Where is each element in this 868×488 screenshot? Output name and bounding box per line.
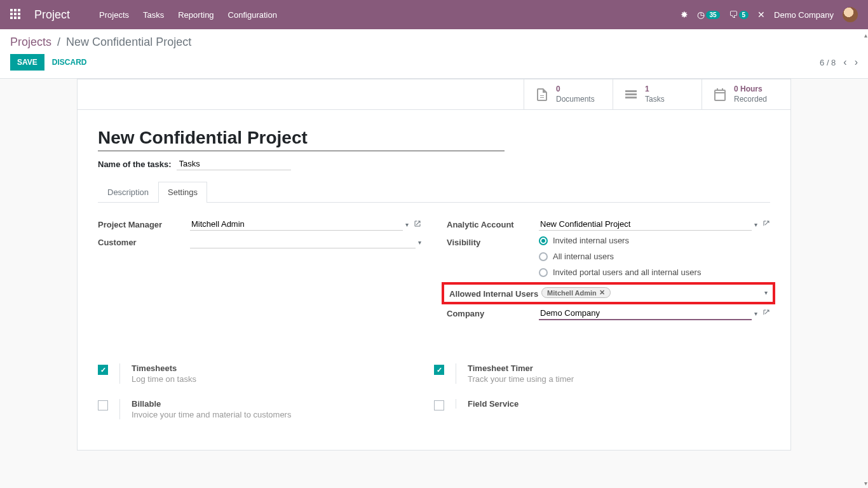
- pm-input[interactable]: [190, 218, 403, 231]
- customer-label: Customer: [98, 236, 190, 247]
- visibility-all-internal[interactable]: All internal users: [539, 252, 770, 261]
- task-name-label: Name of the tasks:: [98, 159, 172, 169]
- company-external-icon[interactable]: [763, 309, 770, 318]
- pm-dropdown-icon[interactable]: ▾: [405, 221, 409, 228]
- visibility-invited-internal[interactable]: Invited internal users: [539, 236, 770, 245]
- project-title-input[interactable]: [98, 125, 505, 151]
- stat-tasks[interactable]: 1Tasks: [613, 79, 702, 109]
- discard-button[interactable]: DISCARD: [52, 58, 87, 67]
- allowed-users-input[interactable]: Mitchell Admin✕ ▾: [541, 287, 768, 299]
- company-input[interactable]: [539, 307, 752, 320]
- timesheets-desc: Log time on tasks: [132, 374, 196, 384]
- analytic-label: Analytic Account: [447, 218, 539, 229]
- remove-tag-icon[interactable]: ✕: [599, 288, 605, 297]
- field-service-title: Field Service: [468, 399, 519, 409]
- billable-checkbox[interactable]: [98, 400, 108, 410]
- field-service-checkbox[interactable]: [434, 400, 444, 410]
- allowed-users-label: Allowed Internal Users: [449, 287, 541, 299]
- breadcrumb-current: New Confidential Project: [66, 36, 191, 48]
- nav-right: ✸ ◷35 🗨5 ✕ Demo Company: [681, 7, 858, 22]
- pager: 6 / 8 ‹ ›: [820, 57, 858, 68]
- analytic-input[interactable]: [539, 218, 752, 231]
- stat-documents[interactable]: 0Documents: [524, 79, 613, 109]
- brand: Project: [34, 8, 70, 22]
- breadcrumb-parent[interactable]: Projects: [10, 36, 51, 48]
- customer-input[interactable]: [190, 236, 416, 248]
- clock-icon[interactable]: ◷35: [697, 10, 719, 20]
- clock-badge: 35: [706, 11, 719, 19]
- billable-title: Billable: [132, 399, 291, 409]
- save-button[interactable]: SAVE: [10, 54, 44, 71]
- nav-links: Projects Tasks Reporting Configuration: [99, 10, 277, 20]
- timer-checkbox[interactable]: [434, 365, 444, 375]
- company-label: Company: [447, 307, 539, 318]
- tasks-icon: [623, 87, 639, 102]
- chat-icon[interactable]: 🗨5: [729, 10, 749, 20]
- tab-description[interactable]: Description: [98, 182, 158, 202]
- nav-reporting[interactable]: Reporting: [178, 10, 214, 20]
- tools-icon[interactable]: ✕: [757, 10, 765, 20]
- pager-next[interactable]: ›: [855, 57, 858, 68]
- pm-external-icon[interactable]: [414, 220, 421, 229]
- navbar: Project Projects Tasks Reporting Configu…: [0, 0, 868, 29]
- form-sheet: 0Documents 1Tasks 0 HoursRecorded Name o…: [77, 79, 791, 451]
- analytic-external-icon[interactable]: [763, 220, 770, 229]
- nav-projects[interactable]: Projects: [99, 10, 129, 20]
- nav-tasks[interactable]: Tasks: [143, 10, 164, 20]
- button-box: 0Documents 1Tasks 0 HoursRecorded: [78, 79, 790, 110]
- breadcrumb: Projects / New Confidential Project: [10, 36, 858, 49]
- task-name-input[interactable]: [177, 158, 291, 170]
- pager-prev[interactable]: ‹: [843, 57, 846, 68]
- highlighted-region: Allowed Internal Users Mitchell Admin✕ ▾: [442, 282, 775, 304]
- billable-desc: Invoice your time and material to custom…: [132, 410, 291, 419]
- timesheets-checkbox[interactable]: [98, 365, 108, 375]
- pm-label: Project Manager: [98, 218, 190, 229]
- avatar[interactable]: [843, 7, 858, 22]
- timer-desc: Track your time using a timer: [468, 374, 574, 384]
- visibility-portal-internal[interactable]: Invited portal users and all internal us…: [539, 268, 770, 277]
- chat-badge: 5: [739, 11, 749, 19]
- visibility-label: Visibility: [447, 236, 539, 247]
- company-switcher[interactable]: Demo Company: [774, 10, 834, 20]
- tab-settings[interactable]: Settings: [158, 182, 207, 203]
- company-dropdown-icon[interactable]: ▾: [754, 310, 757, 317]
- bug-icon[interactable]: ✸: [681, 10, 688, 20]
- pager-text: 6 / 8: [820, 58, 836, 67]
- tabs: Description Settings: [98, 182, 770, 203]
- timer-title: Timesheet Timer: [468, 363, 574, 373]
- nav-configuration[interactable]: Configuration: [228, 10, 277, 20]
- analytic-dropdown-icon[interactable]: ▾: [754, 221, 757, 228]
- control-panel: Projects / New Confidential Project SAVE…: [0, 29, 868, 79]
- document-icon: [534, 87, 550, 102]
- allowed-dropdown-icon[interactable]: ▾: [764, 289, 768, 296]
- scroll-up-icon[interactable]: ▴: [864, 32, 867, 39]
- timesheets-title: Timesheets: [132, 363, 196, 373]
- calendar-icon: [712, 87, 728, 102]
- stat-hours[interactable]: 0 HoursRecorded: [702, 79, 790, 109]
- allowed-user-tag: Mitchell Admin✕: [541, 287, 611, 298]
- apps-icon[interactable]: [10, 9, 22, 20]
- customer-dropdown-icon[interactable]: ▾: [418, 239, 421, 246]
